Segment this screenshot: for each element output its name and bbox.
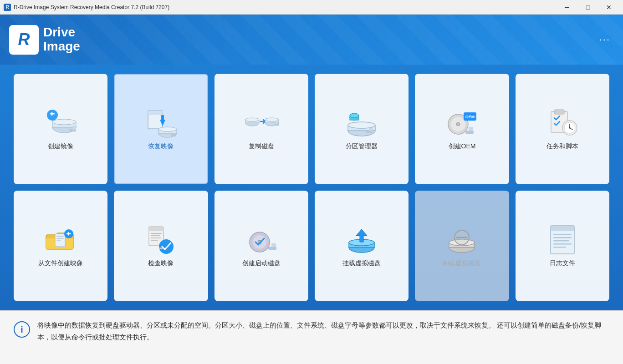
svg-rect-79 (553, 243, 572, 245)
tile-partition-label: 分区管理器 (346, 142, 378, 150)
svg-point-21 (265, 118, 279, 121)
svg-rect-11 (161, 115, 164, 121)
svg-point-25 (348, 122, 375, 128)
svg-rect-15 (171, 134, 176, 136)
tile-unmount-label: 卸载虚拟磁盘 (443, 259, 481, 267)
tile-copy-disk[interactable]: 复制磁盘 (214, 74, 308, 184)
tile-check-image[interactable]: 检查映像 (114, 191, 208, 301)
svg-rect-22 (275, 124, 279, 126)
svg-point-33 (456, 122, 460, 126)
svg-rect-37 (469, 127, 473, 131)
svg-rect-80 (553, 247, 566, 248)
oem-icon: OEM (444, 107, 480, 139)
create-image-icon (42, 107, 79, 139)
tile-mount-label: 挂载虚拟磁盘 (342, 259, 381, 267)
svg-rect-75 (551, 226, 574, 231)
svg-rect-30 (369, 128, 373, 131)
tile-create-from-file-label: 从文件创建映像 (38, 259, 83, 267)
tiles-grid: 创建镜像 恢复映像 (14, 74, 609, 301)
svg-point-58 (159, 239, 174, 254)
partition-icon (343, 107, 380, 139)
tile-create-image[interactable]: 创建镜像 (14, 74, 107, 184)
boot-icon (243, 224, 280, 256)
log-icon (544, 224, 581, 256)
logo-area: R Drive Image (9, 25, 80, 55)
header-menu-button[interactable]: ··· (596, 30, 614, 49)
info-description: 将映像中的数据恢复到硬盘驱动器、分区或未分配的空间。分区大小、磁盘上的位置、文件… (37, 319, 609, 343)
tile-log-file[interactable]: 日志文件 (516, 191, 609, 301)
window-title: R-Drive Image System Recovery Media Crea… (14, 4, 169, 10)
unmount-icon (444, 224, 480, 256)
info-bar: i 将映像中的数据恢复到硬盘驱动器、分区或未分配的空间。分区大小、磁盘上的位置、… (0, 310, 623, 364)
svg-rect-59 (159, 248, 163, 249)
svg-rect-63 (268, 247, 276, 250)
tile-check-image-label: 检查映像 (148, 259, 174, 267)
svg-rect-51 (68, 232, 69, 236)
logo-drive-text: Drive (43, 25, 80, 40)
svg-rect-77 (553, 237, 572, 238)
svg-rect-54 (151, 233, 162, 234)
tile-create-oem[interactable]: OEM 创建OEM (415, 74, 509, 184)
tile-copy-disk-label: 复制磁盘 (249, 142, 274, 150)
svg-rect-2 (51, 112, 53, 116)
logo-text: Drive Image (43, 25, 80, 54)
main-area: 创建镜像 恢复映像 (0, 65, 623, 310)
tile-restore-image-label: 恢复映像 (148, 142, 174, 150)
tile-create-boot-label: 创建启动磁盘 (242, 259, 281, 267)
tile-log-label: 日志文件 (550, 259, 575, 267)
titlebar: R R-Drive Image System Recovery Media Cr… (0, 0, 623, 15)
svg-rect-76 (553, 234, 572, 235)
tile-tasks-scripts[interactable]: 任务和脚本 (516, 74, 609, 184)
svg-rect-56 (151, 238, 161, 238)
svg-point-5 (52, 119, 76, 125)
logo-r-icon: R (9, 25, 39, 55)
titlebar-left: R R-Drive Image System Recovery Media Cr… (4, 4, 169, 11)
tasks-icon (544, 107, 581, 139)
svg-rect-46 (56, 236, 64, 237)
copy-disk-icon (243, 107, 280, 139)
restore-image-icon (143, 107, 179, 139)
svg-point-44 (569, 127, 570, 129)
tile-restore-image[interactable]: 恢复映像 (114, 74, 208, 184)
svg-point-18 (245, 118, 259, 121)
check-icon (143, 224, 179, 256)
header: R Drive Image ··· (0, 15, 623, 65)
tile-partition-manager[interactable]: 分区管理器 (315, 74, 409, 184)
tile-tasks-label: 任务和脚本 (546, 142, 578, 150)
svg-rect-48 (56, 240, 61, 241)
minimize-button[interactable]: ─ (557, 0, 577, 15)
svg-point-14 (158, 127, 177, 131)
tile-create-from-file[interactable]: 从文件创建映像 (14, 191, 107, 301)
create-file-icon (42, 224, 79, 256)
tile-create-oem-label: 创建OEM (449, 142, 476, 150)
svg-point-28 (350, 113, 359, 118)
svg-rect-53 (149, 227, 163, 231)
svg-rect-39 (554, 110, 564, 114)
svg-rect-57 (151, 240, 158, 241)
svg-rect-64 (271, 243, 276, 247)
svg-rect-7 (72, 126, 76, 130)
svg-rect-36 (465, 131, 474, 134)
svg-rect-9 (148, 111, 163, 115)
tile-create-boot[interactable]: 创建启动磁盘 (214, 191, 308, 301)
svg-rect-55 (151, 235, 160, 236)
tile-create-image-label: 创建镜像 (48, 142, 73, 150)
svg-text:OEM: OEM (465, 115, 475, 119)
tile-mount-virtual[interactable]: 挂载虚拟磁盘 (315, 191, 409, 301)
app-icon: R (4, 4, 11, 11)
logo-image-text: Image (43, 40, 80, 54)
svg-rect-47 (56, 238, 64, 239)
tile-unmount-virtual[interactable]: 卸载虚拟磁盘 (415, 191, 509, 301)
info-icon: i (14, 321, 30, 338)
mount-icon (343, 224, 380, 256)
close-button[interactable]: ✕ (598, 0, 619, 15)
maximize-button[interactable]: □ (577, 0, 598, 15)
window-controls: ─ □ ✕ (557, 0, 619, 15)
svg-rect-78 (553, 240, 569, 242)
